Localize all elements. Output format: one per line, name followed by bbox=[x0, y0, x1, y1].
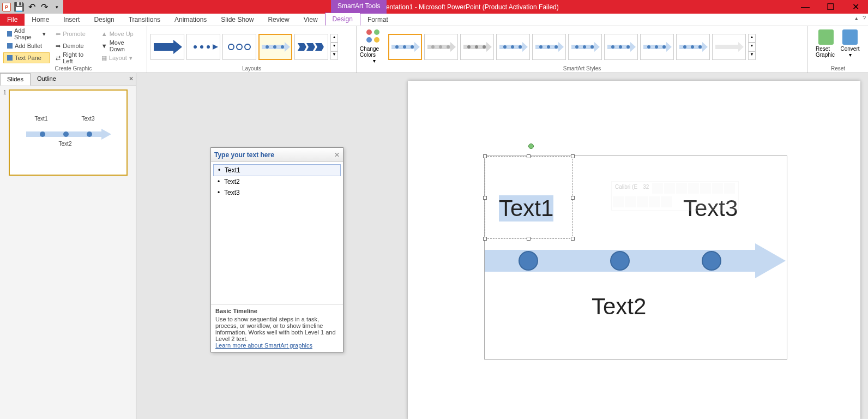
svg-point-23 bbox=[431, 45, 435, 49]
smartart-container[interactable]: Text1 Text2 Text3 Calibri (E 32 bbox=[484, 155, 787, 360]
svg-marker-32 bbox=[522, 42, 528, 52]
add-bullet-button[interactable]: Add Bullet bbox=[3, 40, 50, 51]
maximize-button[interactable]: ☐ bbox=[818, 0, 843, 14]
layouts-scroll[interactable]: ▴▾▼ bbox=[330, 34, 338, 60]
convert-button[interactable]: Convert ▾ bbox=[840, 29, 860, 64]
tab-insert[interactable]: Insert bbox=[56, 14, 87, 26]
close-button[interactable]: ✕ bbox=[843, 0, 868, 14]
text-pane-close-icon[interactable]: ✕ bbox=[334, 151, 340, 159]
timeline-arrow[interactable] bbox=[485, 243, 788, 278]
minimize-button[interactable]: — bbox=[793, 0, 818, 14]
move-up-button[interactable]: ▲ Move Up bbox=[98, 28, 141, 39]
rotate-handle[interactable] bbox=[528, 143, 534, 149]
tab-file[interactable]: File bbox=[0, 14, 25, 26]
layout-button[interactable]: ▦ Layout ▾ bbox=[98, 52, 141, 63]
svg-marker-14 bbox=[306, 43, 315, 51]
svg-point-40 bbox=[554, 45, 558, 49]
svg-point-54 bbox=[655, 45, 658, 49]
svg-point-10 bbox=[266, 45, 269, 49]
style-item[interactable] bbox=[676, 34, 710, 60]
change-colors-button[interactable]: Change Colors ▾ bbox=[360, 27, 388, 64]
text-pane-footer: Basic Timeline Use to show sequential st… bbox=[211, 304, 343, 352]
svg-marker-37 bbox=[558, 42, 564, 52]
style-item[interactable] bbox=[496, 34, 530, 60]
svg-point-55 bbox=[662, 45, 666, 49]
powerpoint-icon[interactable]: P bbox=[1, 2, 12, 13]
save-icon[interactable]: 💾 bbox=[14, 2, 25, 13]
group-label-create-graphic: Create Graphic bbox=[3, 64, 143, 73]
svg-marker-27 bbox=[486, 42, 492, 52]
text-selection-box[interactable] bbox=[485, 156, 573, 239]
style-item[interactable] bbox=[712, 34, 746, 60]
style-item[interactable] bbox=[604, 34, 638, 60]
tab-animations[interactable]: Animations bbox=[167, 14, 214, 26]
layout-item[interactable] bbox=[150, 34, 184, 60]
qat-dropdown-icon[interactable]: ▾ bbox=[51, 2, 62, 13]
text-pane-item[interactable]: Text2 bbox=[213, 176, 341, 187]
timeline-dot[interactable] bbox=[610, 251, 630, 271]
svg-point-18 bbox=[395, 45, 399, 49]
svg-point-38 bbox=[539, 45, 542, 49]
layout-item[interactable] bbox=[186, 34, 220, 60]
right-to-left-button[interactable]: ⇄ Right to Left bbox=[52, 52, 95, 63]
learn-more-link[interactable]: Learn more about SmartArt graphics bbox=[215, 342, 312, 349]
title-bar: P 💾 ↶ ↷ ▾ Presentation1 - Microsoft Powe… bbox=[0, 0, 868, 14]
ribbon-tabs: File Home Insert Design Transitions Anim… bbox=[0, 14, 868, 26]
footer-title: Basic Timeline bbox=[215, 308, 339, 314]
group-label-reset: Reset bbox=[811, 64, 865, 73]
slide-number: 1 bbox=[3, 89, 7, 176]
svg-point-30 bbox=[483, 45, 486, 49]
style-item-selected[interactable] bbox=[388, 34, 422, 60]
add-shape-button[interactable]: Add Shape ▾ bbox=[3, 28, 50, 39]
timeline-dot[interactable] bbox=[702, 251, 721, 271]
svg-marker-17 bbox=[414, 42, 420, 52]
demote-button[interactable]: ➡ Demote bbox=[52, 40, 95, 51]
svg-marker-22 bbox=[450, 42, 456, 52]
style-item[interactable] bbox=[640, 34, 674, 60]
layout-item-selected[interactable] bbox=[258, 34, 292, 60]
smartart-text2[interactable]: Text2 bbox=[592, 294, 646, 320]
tab-view[interactable]: View bbox=[297, 14, 325, 26]
move-down-button[interactable]: ▼ Move Down bbox=[98, 40, 141, 51]
slide-thumbnail[interactable]: Text1 Text3 Text2 bbox=[9, 89, 128, 176]
minimize-ribbon-icon[interactable]: ▴ bbox=[855, 15, 858, 22]
styles-scroll[interactable]: ▴▾▼ bbox=[748, 34, 756, 60]
undo-icon[interactable]: ↶ bbox=[26, 2, 37, 13]
timeline-dot[interactable] bbox=[519, 251, 538, 271]
text-pane-item[interactable]: Text3 bbox=[213, 187, 341, 198]
style-item[interactable] bbox=[568, 34, 602, 60]
tab-smartart-design[interactable]: Design bbox=[325, 13, 360, 26]
svg-point-11 bbox=[273, 45, 276, 49]
tab-smartart-format[interactable]: Format bbox=[360, 14, 395, 26]
slide-canvas[interactable]: Text1 Text2 Text3 Calibri (E 32 bbox=[408, 81, 860, 419]
group-reset: Reset Graphic Convert ▾ Reset bbox=[808, 26, 868, 73]
text-pane-button[interactable]: Text Pane bbox=[3, 52, 50, 63]
smartart-tools-tab: SmartArt Tools bbox=[331, 0, 387, 14]
layout-item[interactable] bbox=[222, 34, 256, 60]
promote-button[interactable]: ⬅ Promote bbox=[52, 28, 95, 39]
style-item[interactable] bbox=[460, 34, 494, 60]
tab-design-main[interactable]: Design bbox=[87, 14, 121, 26]
tab-home[interactable]: Home bbox=[25, 14, 56, 26]
svg-point-1 bbox=[194, 45, 197, 49]
panel-close-icon[interactable]: ✕ bbox=[129, 75, 134, 82]
outline-tab[interactable]: Outline bbox=[31, 73, 63, 86]
mini-toolbar[interactable]: Calibri (E 32 bbox=[611, 181, 739, 211]
redo-icon[interactable]: ↷ bbox=[39, 2, 50, 13]
tab-review[interactable]: Review bbox=[261, 14, 296, 26]
text-pane-item[interactable]: Text1 bbox=[213, 164, 341, 176]
text-pane-list[interactable]: Text1 Text2 Text3 bbox=[211, 162, 343, 304]
svg-point-2 bbox=[200, 45, 203, 49]
layout-item[interactable] bbox=[294, 34, 328, 60]
window-title: Presentation1 - Microsoft PowerPoint (Pr… bbox=[63, 3, 868, 11]
help-icon[interactable]: ? bbox=[863, 15, 866, 22]
style-item[interactable] bbox=[424, 34, 458, 60]
tab-slideshow[interactable]: Slide Show bbox=[214, 14, 261, 26]
slides-tab[interactable]: Slides bbox=[0, 73, 31, 86]
reset-graphic-button[interactable]: Reset Graphic bbox=[816, 29, 836, 64]
slide-panel: Slides Outline ✕ 1 Text1 Text3 Text2 bbox=[0, 73, 136, 419]
tab-transitions[interactable]: Transitions bbox=[122, 14, 167, 26]
text-pane-panel[interactable]: Type your text here ✕ Text1 Text2 Text3 … bbox=[210, 147, 343, 352]
style-item[interactable] bbox=[532, 34, 566, 60]
svg-point-7 bbox=[245, 44, 250, 50]
